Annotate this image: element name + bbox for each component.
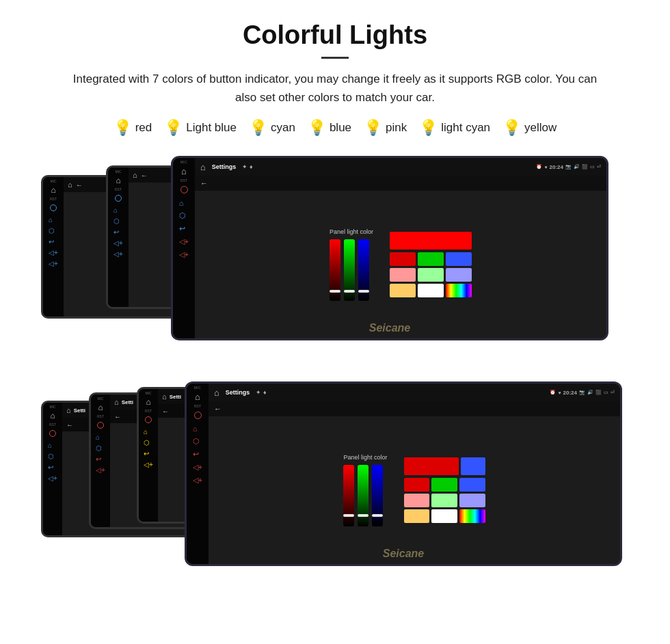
color-label-yellow: yellow [524,121,557,135]
color-item-cyan: 💡 cyan [249,119,295,137]
color-label-lightcyan: light cyan [441,121,490,135]
color-item-blue: 💡 blue [308,119,351,137]
color-item-yellow: 💡 yellow [502,119,557,137]
color-list: 💡 red 💡 Light blue 💡 cyan 💡 blue 💡 pink … [41,119,629,137]
lightcyan-bulb-icon: 💡 [419,119,438,137]
color-label-pink: pink [386,121,407,135]
time-display-bottom: 20:24 [563,390,577,396]
color-item-pink: 💡 pink [364,119,407,137]
device-unit-main-bottom: MIC ⌂ RST ⌂ ⬡ ↩ ◁+ ◁+ [185,381,622,566]
panel-label-bottom: Panel light color [343,454,387,461]
rst-label-1: RST [50,197,57,201]
top-device-section: MIC ⌂ RST ⌂ ⬡ ↩ ◁+ ◁+ [41,156,629,361]
title-section: Colorful Lights [41,21,629,59]
color-label-cyan: cyan [271,121,295,135]
red-bulb-icon: 💡 [113,119,132,137]
color-item-lightcyan: 💡 light cyan [419,119,490,137]
settings-title-top: Settings [212,163,237,170]
time-display-top: 20:24 [550,164,563,170]
page-container: Colorful Lights Integrated with 7 colors… [0,0,670,634]
lightblue-bulb-icon: 💡 [164,119,183,137]
description-text: Integrated with 7 colors of button indic… [68,70,602,107]
cyan-bulb-icon: 💡 [249,119,267,137]
color-item-lightblue: 💡 Light blue [164,119,237,137]
yellow-bulb-icon: 💡 [502,119,521,137]
color-label-lightblue: Light blue [186,121,237,135]
device-unit-main-top: MIC ⌂ RST ⌂ ⬡ ↩ ◁+ ◁+ [171,156,608,340]
title-divider [321,57,349,59]
blue-bulb-icon: 💡 [308,119,326,137]
panel-label-top: Panel light color [330,228,373,235]
settings-title-bottom: Settings [226,389,250,396]
sidebar-1: MIC ⌂ RST ⌂ ⬡ ↩ ◁+ ◁+ [43,177,64,317]
color-label-blue: blue [330,121,351,135]
mic-label-1: MIC [50,179,56,183]
page-title: Colorful Lights [41,21,629,50]
pink-bulb-icon: 💡 [364,119,382,137]
color-label-red: red [135,121,152,135]
color-item-red: 💡 red [113,119,152,137]
bottom-device-section: MIC ⌂ RST ⌂ ⬡ ↩ ◁+ ⌂ [41,381,629,587]
